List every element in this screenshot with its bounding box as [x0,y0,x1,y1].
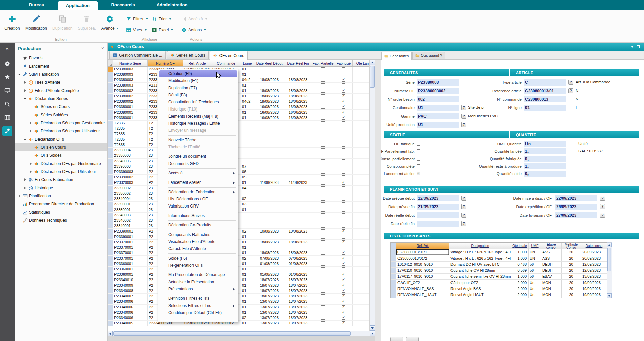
cell-qte-lancee[interactable] [353,142,369,147]
fab-partielle-checkbox[interactable] [321,202,325,206]
cell-ligne[interactable] [241,213,254,218]
ribbon-modification-button[interactable]: Modification [24,13,49,35]
cell-qte-lancee[interactable] [353,283,369,288]
ctx-duplication-f7[interactable]: Duplication (F7) [159,84,237,92]
field-gamme[interactable]: PVC [417,113,459,119]
cell-date-debut[interactable]: 18/08/2023 [254,240,285,245]
cell-date-debut[interactable]: 11/08/2023 [254,180,285,185]
nav-d-claration-s-ries-par-utilisateur[interactable]: Déclaration Séries par Utilisateur [15,127,107,135]
cell-qte-lancee[interactable] [353,261,369,266]
help-button[interactable]: ? [461,221,466,226]
composant-cell[interactable]: Un [529,292,541,298]
cell-ligne[interactable] [241,191,254,196]
help-button[interactable]: ? [568,88,573,93]
vertical-scroll-thumb[interactable] [370,66,375,88]
ctx-joindre-un-document[interactable]: Joindre un document [159,153,237,160]
composant-cell[interactable]: 1,000 [511,274,529,279]
of-fabriqu-checkbox[interactable] [417,142,420,146]
composant-cell[interactable]: 20/09/2023 [581,249,607,255]
fabrique-checkbox[interactable] [342,305,345,309]
cell-qte-lancee[interactable] [353,83,369,88]
cell-date-debut[interactable] [254,142,285,147]
cell-fabrique[interactable] [335,126,353,131]
cell-fab-partielle[interactable] [311,202,335,207]
cell-fab-partielle[interactable] [311,77,335,82]
scroll-down-icon[interactable] [370,325,375,331]
col-num-ro-of[interactable]: Numéro OF [148,60,183,66]
fab-partielle-checkbox[interactable] [321,197,325,201]
cell-date-debut[interactable]: 13/07/2023 [254,321,285,326]
cell-date-fin[interactable] [285,131,311,137]
ctx-caract-file-d-attente[interactable]: Caract. File d'Attente [159,245,237,252]
cell-date-debut[interactable] [254,234,285,239]
cell-numero-serie[interactable]: P23340008 [113,288,148,293]
row-selector[interactable] [108,321,113,326]
fab-partielle-checkbox[interactable] [321,229,325,233]
fab-partielle-checkbox[interactable] [321,116,325,120]
composant-cell[interactable]: 20 [562,268,581,273]
row-selector[interactable] [108,115,113,120]
horizontal-scrollbar[interactable] [108,331,375,336]
field-num-ro-of[interactable]: P23380003002 [417,88,459,94]
row-selector[interactable] [108,277,113,283]
cell-ligne[interactable]: 01 [241,67,254,72]
nav-files-d-attente-compl-te[interactable]: Files d'Attente Complète [15,87,107,95]
cell-date-debut[interactable] [254,207,285,212]
scroll-thumb[interactable] [607,248,611,271]
composant-cell[interactable]: MON [541,286,562,292]
cell-date-debut[interactable] [254,67,285,72]
row-selector[interactable] [108,191,113,196]
cell-numero-serie[interactable]: 23350002 [113,191,148,196]
composant-cell[interactable]: UN [529,249,541,255]
help-button[interactable]: ? [461,122,466,127]
table-row[interactable]: P23380001P2330116/08/202316/08/2023 [108,110,369,115]
fabrique-checkbox[interactable] [342,67,345,71]
composant-cell[interactable]: EBAV [541,274,562,279]
help-button[interactable]: ? [600,196,605,201]
fabrique-checkbox[interactable] [342,229,345,233]
table-row[interactable]: P23360001P20101/08/202301/08/2023 [108,272,369,277]
cell-fabrique[interactable] [335,299,353,304]
table-row[interactable]: P23390001P20210/08/202310/08/2023 [108,229,369,234]
cell-numero-serie[interactable]: P23380003 [113,83,148,88]
fabrique-checkbox[interactable] [342,159,345,163]
field-ume-quantit[interactable]: Un [524,141,566,147]
cell-fabrique[interactable] [335,142,353,147]
scroll-right-icon[interactable] [370,331,375,336]
fab-partielle-checkbox[interactable] [321,192,325,195]
fabrique-checkbox[interactable] [342,284,345,287]
composant-cell[interactable]: 20 [562,286,581,292]
row-selector[interactable] [108,77,113,82]
cell-ligne[interactable]: 01 [241,272,254,277]
table-row[interactable]: 233900022304 [108,186,369,191]
composant-cell[interactable]: 0,569 [511,268,529,273]
ctx-acc-s[interactable]: Accès à [159,170,237,177]
help-button[interactable]: ? [600,213,605,218]
fabrique-checkbox[interactable] [342,170,345,174]
composant-cell[interactable]: 1,000 [511,249,529,255]
fab-partielle-checkbox[interactable] [321,175,325,179]
cell-fab-partielle[interactable] [311,218,335,223]
field-quantit-reste-produire[interactable]: 1, [524,163,566,169]
ribbon-avanc-button[interactable]: Avancé [100,13,120,35]
field-date-exp-dition-of[interactable]: 26/09/2023 [555,204,597,210]
cell-qte-lancee[interactable] [353,310,369,315]
cell-numero-serie[interactable]: P23390001 [113,229,148,234]
cell-ligne[interactable]: 06 [241,169,254,174]
cell-numero-serie[interactable]: 23350003 [113,153,148,158]
cell-fabrique[interactable] [335,267,353,272]
cell-numero-serie[interactable]: P23390003 [113,169,148,174]
cell-fab-partielle[interactable] [311,142,335,147]
vertical-scrollbar[interactable] [369,60,375,331]
composant-row[interactable]: RENVOIANGLE_HAUTRenvoi Angle HAUT2,000Un… [391,292,607,298]
fabrique-checkbox[interactable] [342,89,345,93]
cell-qte-lancee[interactable] [353,131,369,137]
table-row[interactable]: P23380003P23380003002C230800013/01C23080… [108,67,369,72]
row-selector[interactable] [108,104,113,109]
cell-fabrique[interactable] [335,277,353,283]
cell-fabrique[interactable] [335,305,353,310]
cell-date-fin[interactable]: 18/08/2023 [285,77,311,82]
cell-qte-lancee[interactable] [353,245,369,250]
table-row[interactable]: 2335000223 [108,191,369,196]
fabrique-checkbox[interactable] [342,294,345,298]
